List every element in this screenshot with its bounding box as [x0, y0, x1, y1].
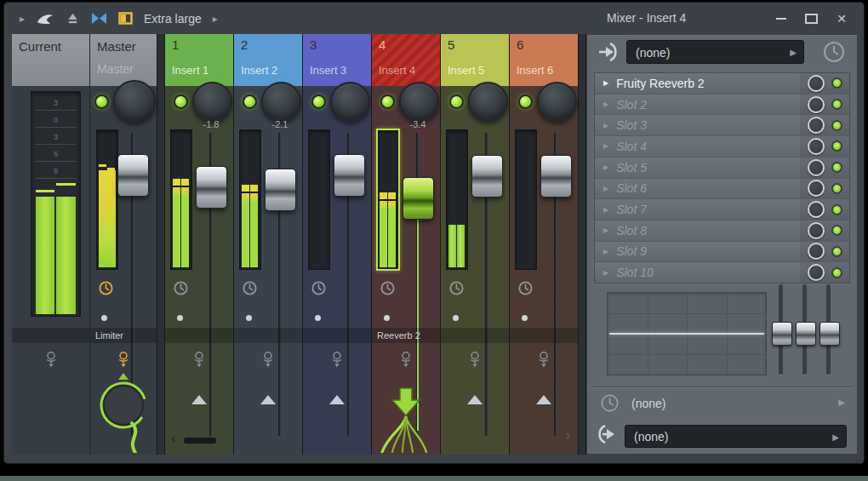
slot-enable-led[interactable] — [831, 204, 842, 215]
slot-arrow-icon[interactable]: ▶ — [603, 226, 608, 234]
clock-icon[interactable] — [173, 280, 189, 300]
insert-header[interactable]: 4 Insert 4 — [372, 34, 440, 86]
route-up-arrow-icon[interactable] — [536, 395, 551, 404]
slot-arrow-icon[interactable]: ▶ — [603, 248, 608, 255]
scroll-right-icon[interactable]: › — [566, 427, 570, 443]
current-strip[interactable]: Current 30369 — [12, 34, 89, 455]
slot-arrow-icon[interactable]: ▶ — [603, 79, 608, 87]
mute-led[interactable] — [449, 94, 464, 109]
volume-fader[interactable] — [334, 154, 365, 197]
slot-enable-led[interactable] — [831, 183, 842, 194]
link-channels-icon[interactable] — [91, 12, 107, 25]
time-select-value[interactable]: (none) — [631, 397, 665, 410]
master-strip[interactable]: Master Master Limiter — [90, 34, 157, 455]
time-clock-icon[interactable] — [599, 392, 620, 417]
insert-header[interactable]: 5 Insert 5 — [441, 34, 509, 86]
eq-mid-fader[interactable] — [796, 322, 816, 346]
slot-arrow-icon[interactable]: ▶ — [603, 185, 608, 192]
record-arm-dot[interactable] — [384, 315, 390, 321]
pan-knob[interactable] — [537, 82, 577, 122]
fx-slot-row[interactable]: ▶ Slot 2 — [595, 94, 849, 115]
pan-knob[interactable] — [192, 82, 232, 122]
mixer-menu-arrow-icon[interactable]: ▸ — [20, 14, 25, 24]
insert-header[interactable]: 6 Insert 6 — [510, 34, 578, 86]
mute-led[interactable] — [243, 94, 257, 109]
route-up-arrow-icon[interactable] — [467, 395, 483, 404]
clock-icon[interactable] — [98, 280, 114, 300]
insert-header[interactable]: 2 Insert 2 — [234, 34, 302, 86]
color-swatch-icon[interactable] — [118, 12, 133, 25]
dock-splitter[interactable] — [157, 34, 165, 455]
mute-led[interactable] — [311, 94, 326, 109]
record-arm-dot[interactable] — [246, 315, 252, 321]
mixer-insert-strip[interactable]: 4 Insert 4 -3.4 Reeverb 2 ‹ › — [372, 34, 440, 455]
dock-up-icon[interactable] — [66, 11, 80, 26]
minimize-button[interactable] — [776, 18, 786, 20]
fx-slot-row[interactable]: ▶ Slot 10 — [595, 261, 849, 283]
scrollbar-handle[interactable] — [184, 438, 216, 444]
close-button[interactable]: ✕ — [837, 13, 847, 25]
pan-knob[interactable] — [399, 82, 439, 122]
fx-enable-lamp-icon[interactable] — [399, 350, 414, 373]
eq-high-fader[interactable] — [819, 322, 840, 346]
pan-knob[interactable] — [261, 82, 301, 122]
slot-enable-led[interactable] — [831, 267, 842, 278]
clock-icon[interactable] — [517, 280, 534, 300]
slot-mix-knob[interactable] — [808, 222, 825, 239]
slot-arrow-icon[interactable]: ▶ — [603, 269, 608, 277]
mixer-insert-strip[interactable]: 2 Insert 2 -2.1 ‹ › — [234, 34, 302, 455]
fx-slot-row[interactable]: ▶ Slot 4 — [595, 135, 849, 157]
fx-enable-lamp-icon[interactable] — [192, 350, 207, 373]
mixer-insert-strip[interactable]: 3 Insert 3 ‹ › — [303, 34, 371, 455]
view-size-label[interactable]: Extra large — [144, 12, 202, 26]
slot-mix-knob[interactable] — [808, 201, 825, 218]
current-header[interactable]: Current — [12, 34, 89, 86]
clock-icon[interactable] — [311, 280, 327, 300]
fx-slot-row[interactable]: ▶ Slot 9 — [595, 241, 849, 262]
mixer-insert-strip[interactable]: 5 Insert 5 ‹ › — [441, 34, 509, 455]
slot-arrow-icon[interactable]: ▶ — [603, 206, 608, 214]
slot-enable-led[interactable] — [831, 99, 842, 110]
maximize-button[interactable] — [805, 14, 818, 24]
fx-enable-lamp-icon[interactable] — [261, 350, 276, 373]
clock-icon[interactable] — [242, 280, 258, 300]
insert-header[interactable]: 3 Insert 3 — [303, 34, 371, 86]
record-arm-dot[interactable] — [101, 315, 107, 321]
fx-enable-lamp-icon[interactable] — [43, 350, 58, 373]
mute-led[interactable] — [94, 94, 109, 109]
slot-arrow-icon[interactable]: ▶ — [603, 163, 608, 171]
fx-slot-row[interactable]: ▶ Slot 7 — [595, 198, 849, 220]
fx-enable-lamp-icon[interactable] — [117, 350, 131, 373]
pan-knob[interactable] — [330, 82, 370, 122]
fx-slot-row[interactable]: ▶ Fruity Reeverb 2 — [595, 73, 849, 94]
volume-fader[interactable] — [265, 169, 296, 211]
volume-fader[interactable] — [196, 166, 227, 209]
fx-enable-lamp-icon[interactable] — [537, 350, 551, 373]
slot-mix-knob[interactable] — [808, 159, 825, 176]
mute-led[interactable] — [518, 94, 533, 109]
view-size-menu-arrow-icon[interactable]: ▸ — [213, 14, 218, 24]
fx-slot-row[interactable]: ▶ Slot 3 — [595, 114, 849, 135]
slot-mix-knob[interactable] — [808, 138, 825, 155]
slot-arrow-icon[interactable]: ▶ — [603, 100, 608, 108]
slot-enable-led[interactable] — [831, 120, 842, 131]
record-arm-dot[interactable] — [522, 315, 528, 321]
fx-slot-row[interactable]: ▶ Slot 5 — [595, 157, 849, 178]
route-up-arrow-icon[interactable] — [191, 395, 207, 404]
scroll-left-icon[interactable]: ‹ — [171, 431, 175, 446]
volume-fader[interactable] — [540, 155, 572, 198]
panel-splitter[interactable] — [578, 34, 586, 455]
record-arm-dot[interactable] — [315, 315, 321, 321]
audio-input-select[interactable]: (none) ▶ — [626, 40, 804, 64]
fx-enable-lamp-icon[interactable] — [330, 350, 345, 373]
eq-graph[interactable] — [607, 292, 767, 375]
hand-tool-icon[interactable] — [36, 12, 54, 26]
slot-arrow-icon[interactable]: ▶ — [603, 122, 608, 129]
eq-low-fader[interactable] — [772, 322, 792, 346]
mixer-insert-strip[interactable]: 6 Insert 6 ‹ › — [510, 34, 578, 455]
audio-output-socket[interactable] — [93, 371, 154, 453]
volume-fader[interactable] — [117, 154, 149, 197]
pan-knob[interactable] — [113, 80, 156, 123]
route-up-arrow-icon[interactable] — [260, 395, 276, 404]
record-arm-dot[interactable] — [177, 315, 183, 321]
